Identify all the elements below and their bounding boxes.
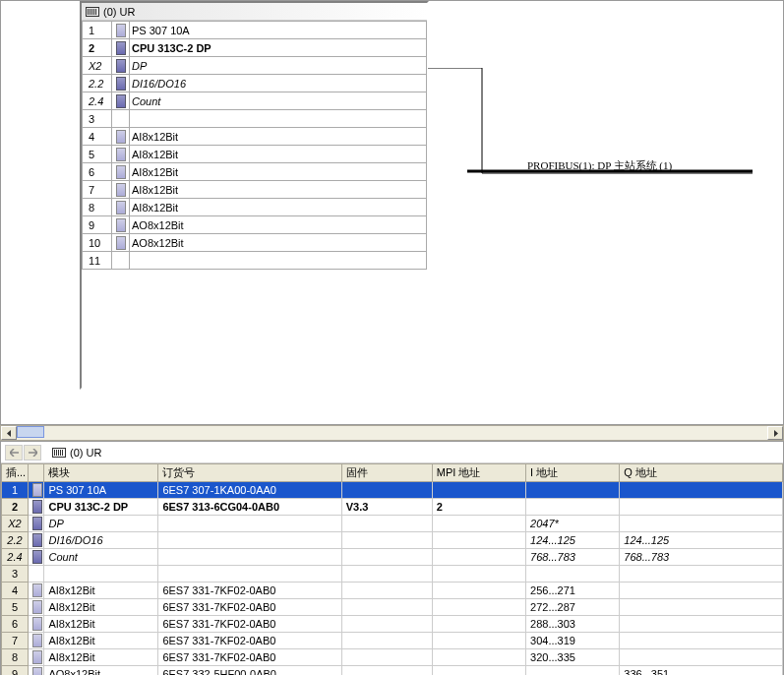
module-icon xyxy=(116,183,126,197)
nav-next-button[interactable] xyxy=(24,445,41,460)
rack-module-cell: AI8x12Bit xyxy=(130,199,427,216)
hardware-config-canvas[interactable]: (0) UR 1PS 307 10A2CPU 313C-2 DPX2DP2.2D… xyxy=(0,0,784,425)
cell-firmware xyxy=(341,532,432,549)
nav-prev-button[interactable] xyxy=(5,445,23,460)
rack-row[interactable]: 2.4Count xyxy=(83,92,427,110)
table-row[interactable]: 4AI8x12Bit6ES7 331-7KF02-0AB0256...271 xyxy=(2,583,783,599)
cell-iaddr: 288...303 xyxy=(526,616,620,633)
table-row[interactable]: 8AI8x12Bit6ES7 331-7KF02-0AB0320...335 xyxy=(2,649,783,666)
module-icon xyxy=(32,600,42,614)
cell-firmware xyxy=(341,566,432,583)
col-module[interactable]: 模块 xyxy=(44,464,158,482)
module-icon xyxy=(116,24,126,37)
cell-order: 6ES7 331-7KF02-0AB0 xyxy=(158,633,341,649)
module-icon xyxy=(116,218,126,232)
cell-module: AI8x12Bit xyxy=(44,616,158,633)
rack-row[interactable]: 5AI8x12Bit xyxy=(83,146,427,163)
table-row[interactable]: 2.4Count768...783768...783 xyxy=(2,549,783,566)
table-row[interactable]: 5AI8x12Bit6ES7 331-7KF02-0AB0272...287 xyxy=(2,599,783,616)
col-iaddr[interactable]: I 地址 xyxy=(526,464,620,482)
col-mpi[interactable]: MPI 地址 xyxy=(432,464,525,482)
cell-order: 6ES7 332-5HF00-0AB0 xyxy=(158,666,341,676)
col-slot[interactable]: 插... xyxy=(2,464,29,482)
scroll-left-button[interactable] xyxy=(1,426,17,440)
scroll-right-button[interactable] xyxy=(767,426,783,440)
cell-order: 6ES7 331-7KF02-0AB0 xyxy=(158,616,341,633)
rack-icon xyxy=(86,7,99,17)
cell-slot: 7 xyxy=(2,633,29,649)
cell-slot: X2 xyxy=(2,516,29,532)
rack-row[interactable]: 10AO8x12Bit xyxy=(83,234,427,252)
rack-row[interactable]: X2DP xyxy=(83,57,427,75)
module-icon xyxy=(32,617,42,631)
col-icon[interactable] xyxy=(28,464,44,482)
module-icon xyxy=(116,236,126,250)
rack-module-cell: CPU 313C-2 DP xyxy=(130,39,427,57)
rack-detail-panel: (0) UR 插... 模块 订货号 固件 MPI 地址 I 地址 Q 地址 1… xyxy=(0,441,784,675)
cell-order xyxy=(158,566,341,583)
table-row[interactable]: 6AI8x12Bit6ES7 331-7KF02-0AB0288...303 xyxy=(2,616,783,633)
rack-row[interactable]: 2CPU 313C-2 DP xyxy=(83,39,427,57)
table-row[interactable]: 7AI8x12Bit6ES7 331-7KF02-0AB0304...319 xyxy=(2,633,783,649)
col-qaddr[interactable]: Q 地址 xyxy=(620,464,783,482)
table-row[interactable]: 1PS 307 10A6ES7 307-1KA00-0AA0 xyxy=(2,482,783,499)
module-icon xyxy=(32,667,42,675)
cell-qaddr: 768...783 xyxy=(620,549,783,566)
table-row[interactable]: 3 xyxy=(2,566,783,583)
cell-iaddr: 2047* xyxy=(526,516,620,532)
rack-icon-cell xyxy=(112,110,130,128)
rack-row[interactable]: 3 xyxy=(83,110,427,128)
rack-icon-cell xyxy=(112,92,130,110)
horizontal-scrollbar[interactable] xyxy=(0,425,784,441)
cell-iaddr: 124...125 xyxy=(526,532,620,549)
col-order[interactable]: 订货号 xyxy=(158,464,341,482)
module-icon xyxy=(116,165,126,179)
rack-window-titlebar[interactable]: (0) UR xyxy=(82,3,427,21)
rack-icon-cell xyxy=(112,234,130,252)
cell-firmware xyxy=(341,649,432,666)
cell-qaddr xyxy=(620,633,783,649)
module-icon xyxy=(116,130,126,144)
rack-row[interactable]: 1PS 307 10A xyxy=(83,22,427,39)
module-detail-table[interactable]: 插... 模块 订货号 固件 MPI 地址 I 地址 Q 地址 1PS 307 … xyxy=(1,463,783,675)
cell-icon xyxy=(28,516,44,532)
rack-slot-cell: X2 xyxy=(83,57,112,75)
rack-row[interactable]: 7AI8x12Bit xyxy=(83,181,427,199)
rack-row[interactable]: 6AI8x12Bit xyxy=(83,163,427,181)
profibus-network-label[interactable]: PROFIBUS(1): DP 主站系统 (1) xyxy=(527,158,672,173)
table-row[interactable]: 9AO8x12Bit6ES7 332-5HF00-0AB0336...351 xyxy=(2,666,783,676)
rack-row[interactable]: 4AI8x12Bit xyxy=(83,128,427,146)
cell-icon xyxy=(28,566,44,583)
rack-slot-cell: 2 xyxy=(83,39,112,57)
rack-window[interactable]: (0) UR 1PS 307 10A2CPU 313C-2 DPX2DP2.2D… xyxy=(80,1,429,390)
cell-firmware xyxy=(341,616,432,633)
table-row[interactable]: X2DP2047* xyxy=(2,516,783,532)
cell-firmware: V3.3 xyxy=(341,499,432,516)
cell-module: AI8x12Bit xyxy=(44,599,158,616)
cell-slot: 9 xyxy=(2,666,29,676)
rack-slot-cell: 5 xyxy=(83,146,112,163)
module-icon xyxy=(32,483,42,497)
cell-order: 6ES7 331-7KF02-0AB0 xyxy=(158,583,341,599)
rack-row[interactable]: 2.2DI16/DO16 xyxy=(83,75,427,92)
cell-module: AI8x12Bit xyxy=(44,583,158,599)
cell-icon xyxy=(28,633,44,649)
cell-slot: 8 xyxy=(2,649,29,666)
cell-qaddr: 336...351 xyxy=(620,666,783,676)
rack-slot-table[interactable]: 1PS 307 10A2CPU 313C-2 DPX2DP2.2DI16/DO1… xyxy=(82,21,427,270)
scroll-track[interactable] xyxy=(17,426,767,440)
table-row[interactable]: 2CPU 313C-2 DP6ES7 313-6CG04-0AB0V3.32 xyxy=(2,499,783,516)
cell-module: AI8x12Bit xyxy=(44,633,158,649)
cell-iaddr xyxy=(526,482,620,499)
cell-mpi xyxy=(432,616,525,633)
rack-row[interactable]: 9AO8x12Bit xyxy=(83,216,427,234)
cell-mpi xyxy=(432,482,525,499)
rack-row[interactable]: 8AI8x12Bit xyxy=(83,199,427,216)
table-row[interactable]: 2.2DI16/DO16124...125124...125 xyxy=(2,532,783,549)
col-firmware[interactable]: 固件 xyxy=(341,464,432,482)
cell-module: PS 307 10A xyxy=(44,482,158,499)
rack-module-cell: AI8x12Bit xyxy=(130,128,427,146)
scroll-thumb[interactable] xyxy=(17,426,44,438)
rack-module-cell xyxy=(130,252,427,270)
rack-row[interactable]: 11 xyxy=(83,252,427,270)
